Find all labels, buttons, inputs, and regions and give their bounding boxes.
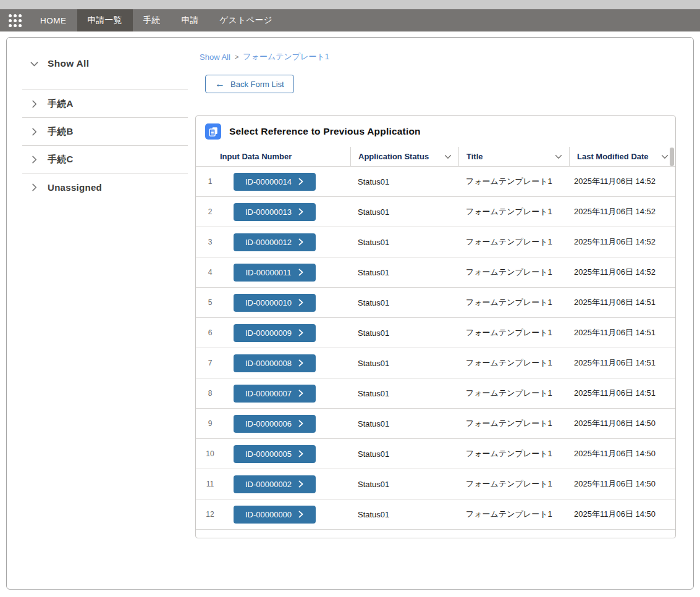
- table-column-header[interactable]: Application Status: [350, 147, 458, 166]
- table-row: 6 ID-00000009 Status01 フォームテンプレート1 2025年…: [196, 318, 675, 348]
- chevron-right-icon: [298, 178, 304, 185]
- table-row: 10 ID-00000005 Status01 フォームテンプレート1 2025…: [196, 439, 675, 469]
- card-header: Select Reference to Previous Application: [196, 116, 675, 147]
- sidebar-item-label: 手続A: [48, 98, 74, 110]
- input-data-number-button[interactable]: ID-00000005: [234, 445, 316, 463]
- chevron-down-icon: [30, 59, 39, 69]
- nav-tab[interactable]: 申請: [171, 9, 209, 31]
- row-number: 4: [196, 268, 224, 277]
- application-status-cell: Status01: [350, 207, 458, 217]
- input-data-number-cell: 7 ID-00000008: [196, 354, 350, 372]
- reference-selection-card: Select Reference to Previous Application…: [195, 115, 676, 538]
- column-menu-chevron-down-icon[interactable]: [444, 152, 452, 161]
- sidebar-item-label: Unassigned: [48, 182, 102, 193]
- application-status-cell: Status01: [350, 328, 458, 338]
- input-data-number-button[interactable]: ID-00000009: [234, 324, 316, 342]
- last-modified-date-cell: 2025年11月06日 14:51: [569, 327, 675, 338]
- nav-tab[interactable]: ゲストページ: [209, 9, 284, 31]
- nav-tab[interactable]: 手続: [133, 9, 171, 31]
- app-launcher-button[interactable]: [0, 9, 30, 31]
- input-data-number-button[interactable]: ID-00000002: [234, 475, 316, 493]
- nav-tab-label: 手続: [143, 15, 161, 26]
- input-data-number-label: ID-00000009: [245, 328, 292, 338]
- input-data-number-button[interactable]: ID-00000007: [234, 385, 316, 403]
- breadcrumb-root-link[interactable]: Show All: [200, 52, 230, 62]
- table-row: 11 ID-00000002 Status01 フォームテンプレート1 2025…: [196, 469, 675, 499]
- input-data-number-cell: 8 ID-00000007: [196, 385, 350, 403]
- last-modified-date-cell: 2025年11月06日 14:52: [569, 236, 675, 248]
- sidebar-item[interactable]: 手続A: [22, 90, 188, 117]
- input-data-number-button[interactable]: ID-00000006: [234, 415, 316, 433]
- nav-tab-label: HOME: [40, 16, 67, 25]
- last-modified-date-cell: 2025年11月06日 14:50: [569, 418, 675, 429]
- chevron-right-icon: [298, 269, 304, 276]
- last-modified-date-cell: 2025年11月06日 14:51: [569, 297, 675, 308]
- input-data-number-label: ID-00000000: [245, 510, 292, 519]
- input-data-number-button[interactable]: ID-00000000: [234, 506, 316, 524]
- input-data-number-cell: 12 ID-00000000: [196, 506, 350, 524]
- column-header-label: Application Status: [358, 152, 444, 161]
- last-modified-date-cell: 2025年11月06日 14:50: [569, 509, 675, 520]
- chevron-right-icon: [298, 208, 304, 215]
- input-data-number-button[interactable]: ID-00000012: [234, 233, 316, 251]
- sidebar-item[interactable]: Unassigned: [22, 173, 188, 201]
- sidebar-item[interactable]: 手続C: [22, 145, 188, 173]
- table-column-header[interactable]: Title: [458, 147, 569, 166]
- application-status-cell: Status01: [350, 268, 458, 277]
- column-menu-chevron-down-icon[interactable]: [660, 152, 669, 161]
- table-column-header[interactable]: Input Data Number: [196, 147, 350, 166]
- browser-top-strip: [0, 0, 700, 9]
- input-data-number-button[interactable]: ID-00000011: [234, 264, 316, 282]
- input-data-number-label: ID-00000006: [245, 419, 292, 428]
- breadcrumb: Show All > フォームテンプレート1: [200, 51, 683, 62]
- title-cell: フォームテンプレート1: [458, 478, 569, 490]
- input-data-number-button[interactable]: ID-00000014: [234, 173, 316, 191]
- input-data-number-button[interactable]: ID-00000008: [234, 354, 316, 372]
- chevron-right-icon: [298, 450, 304, 457]
- row-number: 9: [196, 419, 224, 428]
- nav-tab[interactable]: 申請一覧: [77, 9, 133, 31]
- table-column-header[interactable]: Last Modified Date: [569, 147, 675, 166]
- table-row: 8 ID-00000007 Status01 フォームテンプレート1 2025年…: [196, 378, 675, 409]
- row-number: 11: [196, 480, 224, 488]
- input-data-number-label: ID-00000005: [245, 449, 292, 459]
- chevron-right-icon: [298, 480, 304, 488]
- title-cell: フォームテンプレート1: [458, 297, 569, 308]
- application-status-cell: Status01: [350, 419, 458, 428]
- main-content: Show All > フォームテンプレート1 ← Back Form List: [195, 38, 683, 538]
- vertical-scrollbar-thumb[interactable]: [670, 148, 674, 166]
- last-modified-date-cell: 2025年11月06日 14:51: [569, 357, 675, 369]
- sidebar-item-show-all[interactable]: Show All: [22, 47, 188, 80]
- nav-tab-label: 申請一覧: [88, 15, 122, 26]
- application-status-cell: Status01: [350, 359, 458, 368]
- last-modified-date-cell: 2025年11月06日 14:50: [569, 448, 675, 459]
- app-launcher-icon: [9, 14, 22, 27]
- application-status-cell: Status01: [350, 298, 458, 307]
- chevron-right-icon: [30, 127, 39, 136]
- table-row: 5 ID-00000010 Status01 フォームテンプレート1 2025年…: [196, 288, 675, 318]
- application-status-cell: Status01: [350, 389, 458, 398]
- title-cell: フォームテンプレート1: [458, 176, 569, 187]
- nav-tab-label: 申請: [182, 15, 199, 26]
- chevron-right-icon: [298, 238, 304, 246]
- input-data-number-cell: 6 ID-00000009: [196, 324, 350, 342]
- input-data-number-button[interactable]: ID-00000010: [234, 294, 316, 312]
- row-number: 8: [196, 389, 224, 398]
- sidebar-item-label: 手続C: [48, 154, 74, 165]
- card-title: Select Reference to Previous Application: [229, 126, 421, 137]
- title-cell: フォームテンプレート1: [458, 448, 569, 459]
- table-row: 2 ID-00000013 Status01 フォームテンプレート1 2025年…: [196, 197, 675, 227]
- breadcrumb-current-link[interactable]: フォームテンプレート1: [243, 51, 329, 62]
- input-data-number-cell: 5 ID-00000010: [196, 294, 350, 312]
- column-menu-chevron-down-icon[interactable]: [554, 152, 563, 161]
- input-data-number-button[interactable]: ID-00000013: [234, 203, 316, 221]
- back-form-list-button[interactable]: ← Back Form List: [205, 75, 294, 93]
- input-data-number-label: ID-00000007: [245, 389, 292, 398]
- row-number: 3: [196, 238, 224, 246]
- sidebar-item-label: 手続B: [48, 126, 74, 138]
- last-modified-date-cell: 2025年11月06日 14:52: [569, 206, 675, 217]
- input-data-number-cell: 10 ID-00000005: [196, 445, 350, 463]
- nav-tab[interactable]: HOME: [30, 9, 77, 31]
- sidebar-item[interactable]: 手続B: [22, 117, 188, 145]
- column-header-label: Title: [466, 152, 554, 161]
